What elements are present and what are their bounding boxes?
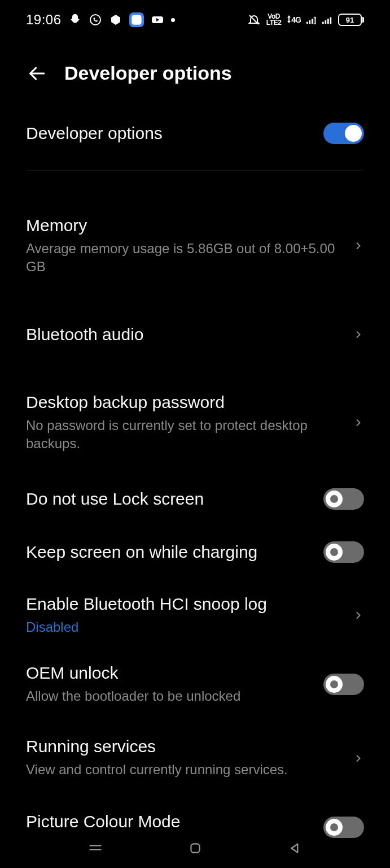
oem-label: OEM unlock bbox=[26, 663, 313, 683]
nav-home-button[interactable] bbox=[185, 838, 205, 858]
battery-indicator: 91 bbox=[338, 14, 364, 26]
hcisnoop-label: Enable Bluetooth HCI snoop log bbox=[26, 594, 343, 614]
row-keep-screen-on[interactable]: Keep screen on while charging bbox=[26, 526, 364, 579]
row-do-not-use-lock-screen[interactable]: Do not use Lock screen bbox=[26, 472, 364, 526]
whatsapp-icon bbox=[89, 13, 102, 27]
svg-rect-10 bbox=[330, 18, 332, 24]
youtube-icon bbox=[151, 13, 164, 27]
content: Developer options Memory Average memory … bbox=[0, 107, 390, 832]
svg-rect-5 bbox=[312, 19, 313, 24]
chevron-right-icon bbox=[353, 329, 364, 340]
navigation-bar bbox=[0, 828, 390, 868]
developer-options-toggle[interactable] bbox=[323, 123, 364, 144]
polygon-icon bbox=[109, 13, 122, 27]
oem-toggle[interactable] bbox=[323, 674, 364, 695]
keepscreen-label: Keep screen on while charging bbox=[26, 542, 313, 562]
volte-indicator: VoD LTE2 bbox=[266, 14, 281, 26]
dnd-off-icon bbox=[247, 13, 261, 27]
divider bbox=[26, 170, 364, 171]
chevron-right-icon bbox=[353, 610, 364, 621]
notification-dot-icon bbox=[171, 18, 175, 22]
nav-back-button[interactable] bbox=[285, 838, 305, 858]
memory-sub: Average memory usage is 5.86GB out of 8.… bbox=[26, 240, 343, 276]
row-developer-options[interactable]: Developer options bbox=[26, 107, 364, 160]
row-picture-colour-mode[interactable]: Picture Colour Mode bbox=[26, 795, 364, 832]
header: Developer options bbox=[0, 40, 390, 107]
nolock-toggle[interactable] bbox=[323, 488, 364, 510]
signal-sim1-icon bbox=[306, 13, 317, 27]
status-bar-right: VoD LTE2 4G 91 bbox=[247, 13, 364, 27]
row-memory[interactable]: Memory Average memory usage is 5.86GB ou… bbox=[26, 200, 364, 292]
back-button[interactable] bbox=[26, 63, 47, 84]
nav-recents-button[interactable] bbox=[85, 838, 106, 858]
snapchat-icon bbox=[68, 13, 82, 27]
svg-rect-9 bbox=[327, 19, 329, 24]
status-bar: 19:06 VoD LTE2 4G bbox=[0, 0, 390, 40]
desktop-backup-sub: No password is currently set to protect … bbox=[26, 416, 343, 453]
signal-sim2-icon bbox=[322, 13, 332, 27]
svg-rect-3 bbox=[306, 22, 308, 24]
row-oem-unlock[interactable]: OEM unlock Allow the bootloader to be un… bbox=[26, 648, 364, 721]
desktop-backup-label: Desktop backup password bbox=[26, 393, 343, 412]
svg-rect-6 bbox=[314, 18, 316, 24]
svg-point-0 bbox=[90, 15, 100, 25]
memory-label: Memory bbox=[26, 216, 343, 235]
svg-rect-8 bbox=[325, 20, 327, 24]
chevron-right-icon bbox=[353, 240, 364, 251]
app-icon bbox=[129, 12, 144, 27]
network-4g-icon: 4G bbox=[287, 15, 301, 24]
hcisnoop-sub: Disabled bbox=[26, 618, 343, 636]
chevron-right-icon bbox=[353, 753, 364, 764]
bluetooth-audio-label: Bluetooth audio bbox=[26, 325, 343, 344]
row-running-services[interactable]: Running services View and control curren… bbox=[26, 721, 364, 795]
svg-rect-4 bbox=[309, 20, 311, 24]
running-sub: View and control currently running servi… bbox=[26, 761, 343, 779]
row-bluetooth-audio[interactable]: Bluetooth audio bbox=[26, 309, 364, 360]
svg-rect-7 bbox=[322, 22, 324, 24]
status-time: 19:06 bbox=[26, 12, 62, 28]
svg-rect-1 bbox=[132, 15, 141, 24]
page-title: Developer options bbox=[64, 62, 232, 84]
row-desktop-backup-password[interactable]: Desktop backup password No password is c… bbox=[26, 377, 364, 469]
status-bar-left: 19:06 bbox=[26, 12, 175, 28]
svg-rect-14 bbox=[191, 844, 199, 852]
row-hci-snoop-log[interactable]: Enable Bluetooth HCI snoop log Disabled bbox=[26, 579, 364, 648]
developer-options-label: Developer options bbox=[26, 124, 313, 143]
keepscreen-toggle[interactable] bbox=[323, 541, 364, 563]
oem-sub: Allow the bootloader to be unlocked bbox=[26, 687, 313, 705]
nolock-label: Do not use Lock screen bbox=[26, 489, 313, 509]
chevron-right-icon bbox=[353, 417, 364, 428]
running-label: Running services bbox=[26, 737, 343, 756]
